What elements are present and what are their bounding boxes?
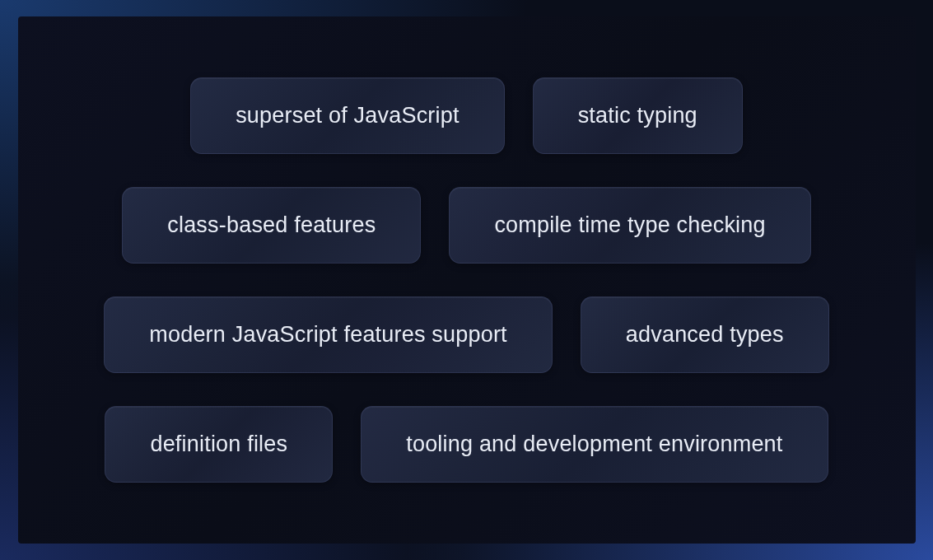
feature-chip: static typing [533, 77, 743, 154]
feature-chip: definition files [105, 406, 333, 483]
feature-chip: advanced types [581, 296, 829, 373]
feature-chip: tooling and development environment [361, 406, 828, 483]
feature-chip: compile time type checking [449, 187, 810, 264]
feature-row: definition files tooling and development… [51, 406, 883, 483]
feature-panel: superset of JavaScript static typing cla… [18, 16, 916, 544]
feature-row: modern JavaScript features support advan… [51, 296, 883, 373]
feature-chip: class-based features [122, 187, 421, 264]
feature-row: superset of JavaScript static typing [51, 77, 883, 154]
feature-row: class-based features compile time type c… [51, 187, 883, 264]
feature-chip: modern JavaScript features support [104, 296, 553, 373]
feature-chip: superset of JavaScript [190, 77, 505, 154]
